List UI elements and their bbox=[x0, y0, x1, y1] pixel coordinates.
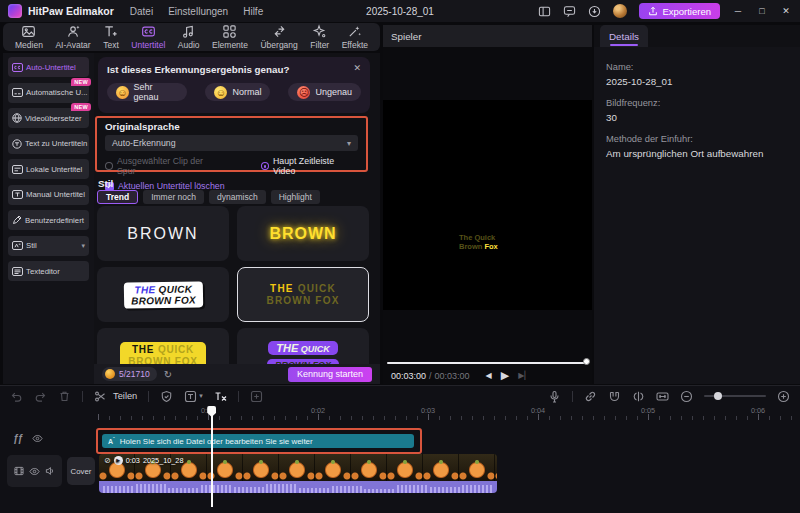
sidebar-item-text-zu-untertiteln[interactable]: Text zu Untertiteln bbox=[8, 134, 89, 154]
tab-ai-avatar[interactable]: AI-Avatar bbox=[55, 24, 90, 50]
timeline-toolbar: Teilen ▾ bbox=[0, 386, 800, 406]
details-header: Details bbox=[594, 25, 800, 47]
zoom-slider[interactable] bbox=[704, 395, 766, 397]
tab-elemente[interactable]: Elemente bbox=[212, 24, 248, 50]
split-scissors-icon[interactable] bbox=[94, 390, 107, 403]
sidebar-item-benutzerdefiniert[interactable]: Benutzerdefiniert bbox=[8, 210, 89, 230]
sidebar-item-videouebersetzer[interactable]: Videoübersetzer NEW bbox=[8, 108, 89, 128]
elements-grid-icon bbox=[222, 24, 237, 39]
quality-shield-icon[interactable] bbox=[160, 390, 173, 403]
menu-einstellungen[interactable]: Einstellungen bbox=[168, 6, 228, 17]
ribbon-tabs: Medien AI-Avatar Text Untertitel Audio E… bbox=[3, 23, 380, 51]
video-preview[interactable]: The Quick Brown Fox bbox=[383, 100, 592, 310]
style-card-highlight-word-selected[interactable]: THE QUICK BROWN FOX bbox=[237, 267, 369, 322]
seek-knob[interactable] bbox=[583, 358, 590, 365]
feedback-very-accurate-button[interactable]: ☺ Sehr genau bbox=[107, 83, 187, 101]
style-tab-immer-noch[interactable]: Immer noch bbox=[143, 190, 204, 204]
refresh-icon[interactable]: ↻ bbox=[164, 369, 172, 380]
maximize-button[interactable]: □ bbox=[756, 6, 768, 16]
tab-filter[interactable]: Filter bbox=[310, 24, 329, 50]
video-clip[interactable]: ⊘ ▶ 0:03 2025_10_28 bbox=[99, 454, 497, 493]
sidebar: Auto-Untertitel Automatische U... NEW Vi… bbox=[3, 53, 94, 384]
tab-text[interactable]: Text bbox=[103, 24, 119, 50]
timeline-ruler[interactable]: 0:01 0:02 0:03 0:04 0:05 0:06 bbox=[0, 406, 800, 421]
feedback-inaccurate-button[interactable]: ☹ Ungenau bbox=[288, 83, 361, 101]
style-tab-dynamisch[interactable]: dynamisch bbox=[209, 190, 266, 204]
next-frame-button[interactable]: ▶▏ bbox=[518, 371, 530, 380]
ruler-label: 0:05 bbox=[641, 406, 655, 415]
tab-uebergang[interactable]: Übergang bbox=[260, 24, 297, 50]
play-button[interactable]: ▶ bbox=[501, 369, 509, 382]
fit-timeline-icon[interactable] bbox=[656, 390, 669, 403]
download-icon[interactable] bbox=[588, 5, 601, 18]
split-label[interactable]: Teilen bbox=[113, 391, 137, 401]
clip-duration: 0:03 bbox=[126, 456, 140, 465]
panel-footer: 5/21710 ↻ Kennung starten bbox=[94, 364, 380, 384]
minimize-button[interactable]: ─ bbox=[732, 6, 744, 16]
style-card-glow[interactable]: BROWN bbox=[237, 206, 369, 261]
add-keyframe-icon[interactable] bbox=[250, 390, 263, 403]
layout-panels-icon[interactable] bbox=[538, 5, 551, 18]
seek-bar[interactable] bbox=[387, 362, 587, 364]
subtitle-clip[interactable]: Aˆ Holen Sie sich die Datei oder bearbei… bbox=[102, 434, 414, 448]
style-tab-highlight[interactable]: Highlight bbox=[271, 190, 320, 204]
remove-text-icon[interactable] bbox=[214, 390, 227, 403]
sidebar-item-manual-untertitel[interactable]: Manual Untertitel bbox=[8, 185, 89, 205]
zoom-in-icon[interactable] bbox=[777, 390, 790, 403]
style-card-white-box[interactable]: THE QUICK BROWN FOX bbox=[97, 267, 229, 322]
eye-icon[interactable] bbox=[32, 434, 43, 443]
link-clips-icon[interactable] bbox=[584, 390, 597, 403]
tab-audio[interactable]: Audio bbox=[178, 24, 200, 50]
speaker-icon[interactable] bbox=[45, 466, 55, 476]
zoom-slider-handle[interactable] bbox=[714, 392, 722, 400]
trim-bracket-icon[interactable] bbox=[632, 390, 645, 403]
style-card-plain[interactable]: BROWN bbox=[97, 206, 229, 261]
microphone-icon[interactable] bbox=[548, 390, 561, 403]
sidebar-item-texteditor[interactable]: Texteditor bbox=[8, 261, 89, 281]
zoom-out-icon[interactable] bbox=[680, 390, 693, 403]
sidebar-item-stil[interactable]: Stil ▾ bbox=[8, 236, 89, 256]
delete-icon[interactable] bbox=[58, 390, 71, 403]
text-style-icon[interactable]: ▾ bbox=[184, 390, 203, 403]
start-recognition-button[interactable]: Kennung starten bbox=[288, 367, 372, 382]
user-avatar[interactable] bbox=[613, 4, 627, 18]
menu-hilfe[interactable]: Hilfe bbox=[243, 6, 263, 17]
language-dropdown[interactable]: Auto-Erkennung ▾ bbox=[105, 135, 358, 151]
style-tab-trend[interactable]: Trend bbox=[97, 190, 138, 204]
menu-datei[interactable]: Datei bbox=[130, 6, 153, 17]
close-button[interactable]: ✕ bbox=[780, 6, 792, 16]
undo-icon[interactable] bbox=[10, 390, 23, 403]
playhead[interactable] bbox=[211, 406, 213, 507]
laughing-emoji-icon: ☺ bbox=[116, 86, 129, 99]
details-panel: Details Name: 2025-10-28_01 Bildfrequenz… bbox=[594, 25, 800, 384]
close-icon[interactable]: ✕ bbox=[353, 63, 361, 73]
chevron-down-icon: ▾ bbox=[199, 392, 203, 400]
sidebar-item-auto-untertitel[interactable]: Auto-Untertitel bbox=[8, 57, 89, 77]
feedback-normal-button[interactable]: ☺ Normal bbox=[205, 83, 270, 101]
subtitles-icon bbox=[141, 24, 156, 39]
eye-icon[interactable] bbox=[29, 467, 40, 476]
feedback-icon[interactable] bbox=[563, 5, 576, 18]
cover-button[interactable]: Cover bbox=[67, 457, 95, 485]
ruler-label: 0:06 bbox=[751, 406, 765, 415]
export-button[interactable]: Exportieren bbox=[639, 3, 720, 19]
film-icon[interactable] bbox=[14, 466, 24, 476]
active-tab-underline bbox=[610, 44, 638, 46]
new-badge: NEW bbox=[71, 78, 91, 86]
radio-main-timeline[interactable] bbox=[261, 162, 269, 170]
tab-effekte[interactable]: Effekte bbox=[342, 24, 368, 50]
play-badge-icon: ▶ bbox=[114, 456, 123, 465]
sidebar-item-automatische-u[interactable]: Automatische U... NEW bbox=[8, 83, 89, 103]
redo-icon[interactable] bbox=[34, 390, 47, 403]
previous-frame-button[interactable]: ◀ bbox=[486, 371, 492, 380]
tab-untertitel[interactable]: Untertitel bbox=[131, 24, 165, 50]
radio-selected-clip[interactable] bbox=[105, 162, 113, 170]
sidebar-item-lokale-untertitel[interactable]: Lokale Untertitel bbox=[8, 159, 89, 179]
chevron-down-icon: ▾ bbox=[81, 242, 85, 250]
magnet-snap-icon[interactable] bbox=[608, 390, 621, 403]
tab-medien[interactable]: Medien bbox=[15, 24, 43, 50]
credits-counter[interactable]: 5/21710 bbox=[102, 367, 157, 381]
import-method-label: Methode der Einfuhr: bbox=[606, 134, 788, 144]
subtitle-preview: The Quick Brown Fox bbox=[459, 233, 498, 251]
local-file-icon bbox=[12, 165, 23, 174]
